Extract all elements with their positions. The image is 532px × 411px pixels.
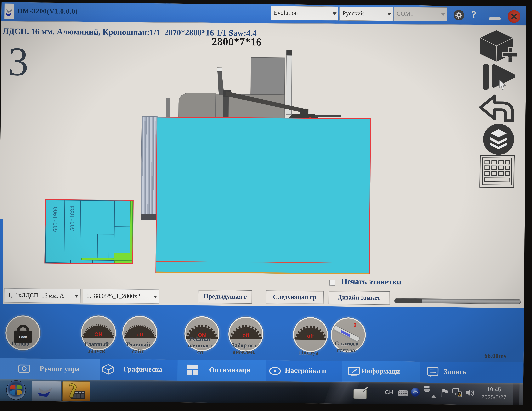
svg-text:0: 0	[353, 322, 356, 328]
svg-text:off: off	[136, 331, 143, 337]
svg-text:off: off	[307, 333, 314, 339]
svg-text:Lock: Lock	[19, 335, 27, 339]
svg-text:off: off	[242, 332, 249, 338]
svg-text:!: !	[459, 393, 460, 396]
svg-text:ON: ON	[95, 331, 103, 337]
